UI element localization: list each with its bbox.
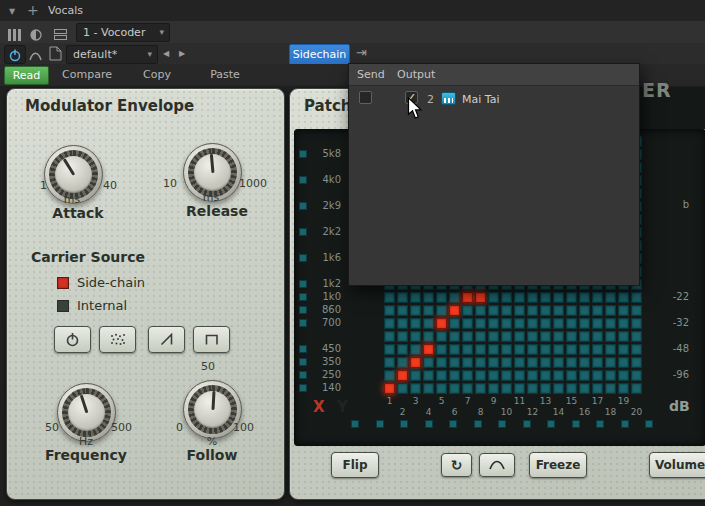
matrix-cell[interactable] <box>436 383 447 394</box>
matrix-cell[interactable] <box>475 331 486 342</box>
matrix-cell[interactable] <box>631 292 642 303</box>
column-indicator[interactable] <box>351 420 359 428</box>
matrix-cell[interactable] <box>397 357 408 368</box>
matrix-cell[interactable] <box>423 370 434 381</box>
collapse-arrow-icon[interactable]: ▼ <box>9 7 15 16</box>
matrix-cell[interactable] <box>384 292 395 303</box>
matrix-cell[interactable] <box>488 383 499 394</box>
matrix-cell[interactable] <box>527 318 538 329</box>
matrix-cell[interactable] <box>436 305 447 316</box>
matrix-cell[interactable] <box>540 305 551 316</box>
matrix-cell[interactable] <box>449 370 460 381</box>
matrix-cell[interactable] <box>540 331 551 342</box>
matrix-cell[interactable] <box>592 305 603 316</box>
matrix-cell[interactable] <box>631 331 642 342</box>
matrix-cell[interactable] <box>462 357 473 368</box>
matrix-cell[interactable] <box>475 383 486 394</box>
matrix-cell[interactable] <box>423 305 434 316</box>
matrix-cell[interactable] <box>501 318 512 329</box>
matrix-cell[interactable] <box>449 331 460 342</box>
x-axis-toggle[interactable]: X <box>313 398 325 416</box>
add-track-button[interactable]: + <box>27 2 39 18</box>
matrix-cell[interactable] <box>579 383 590 394</box>
matrix-cell[interactable] <box>618 305 629 316</box>
matrix-cell[interactable] <box>410 357 421 368</box>
matrix-cell[interactable] <box>423 344 434 355</box>
matrix-cell[interactable] <box>384 305 395 316</box>
band-indicator[interactable] <box>299 280 307 288</box>
square-wave-button[interactable] <box>193 326 230 353</box>
volume-button[interactable]: Volume <box>649 452 705 478</box>
matrix-cell[interactable] <box>423 357 434 368</box>
column-indicator[interactable] <box>645 420 653 428</box>
matrix-cell[interactable] <box>605 357 616 368</box>
matrix-cell[interactable] <box>540 344 551 355</box>
matrix-cell[interactable] <box>579 331 590 342</box>
matrix-cell[interactable] <box>436 292 447 303</box>
column-indicator[interactable] <box>547 420 555 428</box>
matrix-cell[interactable] <box>501 305 512 316</box>
matrix-cell[interactable] <box>540 370 551 381</box>
matrix-cell[interactable] <box>384 331 395 342</box>
internal-source-checkbox[interactable] <box>57 300 69 312</box>
matrix-cell[interactable] <box>579 357 590 368</box>
matrix-cell[interactable] <box>449 318 460 329</box>
matrix-cell[interactable] <box>540 318 551 329</box>
matrix-cell[interactable] <box>397 292 408 303</box>
matrix-cell[interactable] <box>579 305 590 316</box>
band-indicator[interactable] <box>299 254 307 262</box>
band-indicator[interactable] <box>299 358 307 366</box>
matrix-cell[interactable] <box>631 383 642 394</box>
matrix-cell[interactable] <box>605 344 616 355</box>
matrix-cell[interactable] <box>605 331 616 342</box>
matrix-cell[interactable] <box>397 318 408 329</box>
matrix-cell[interactable] <box>553 331 564 342</box>
sidechain-button[interactable]: Sidechain <box>289 44 350 65</box>
column-indicator[interactable] <box>376 420 384 428</box>
matrix-cell[interactable] <box>527 305 538 316</box>
band-indicator[interactable] <box>299 176 307 184</box>
matrix-cell[interactable] <box>410 331 421 342</box>
matrix-cell[interactable] <box>488 344 499 355</box>
matrix-cell[interactable] <box>540 383 551 394</box>
matrix-cell[interactable] <box>592 318 603 329</box>
matrix-cell[interactable] <box>449 344 460 355</box>
matrix-cell[interactable] <box>384 357 395 368</box>
matrix-cell[interactable] <box>423 331 434 342</box>
matrix-cell[interactable] <box>436 331 447 342</box>
matrix-cell[interactable] <box>462 331 473 342</box>
preset-selector[interactable]: default* ▾ <box>66 45 158 64</box>
curve-button[interactable] <box>479 453 515 477</box>
band-indicator[interactable] <box>299 150 307 158</box>
matrix-cell[interactable] <box>423 383 434 394</box>
matrix-cell[interactable] <box>501 331 512 342</box>
band-indicator[interactable] <box>299 306 307 314</box>
matrix-cell[interactable] <box>592 292 603 303</box>
band-indicator[interactable] <box>299 371 307 379</box>
matrix-cell[interactable] <box>540 357 551 368</box>
matrix-cell[interactable] <box>527 370 538 381</box>
matrix-cell[interactable] <box>423 318 434 329</box>
matrix-cell[interactable] <box>384 370 395 381</box>
matrix-cell[interactable] <box>631 357 642 368</box>
matrix-cell[interactable] <box>397 305 408 316</box>
y-axis-toggle[interactable]: Y <box>337 398 348 416</box>
preset-file-icon[interactable] <box>49 46 62 65</box>
matrix-cell[interactable] <box>618 383 629 394</box>
matrix-cell[interactable] <box>527 344 538 355</box>
sidechain-target-row[interactable]: ✓ 2 Mai Tai <box>349 86 639 112</box>
freeze-button[interactable]: Freeze <box>529 452 587 478</box>
matrix-cell[interactable] <box>384 318 395 329</box>
matrix-cell[interactable] <box>540 292 551 303</box>
matrix-cell[interactable] <box>566 292 577 303</box>
matrix-cell[interactable] <box>436 357 447 368</box>
matrix-cell[interactable] <box>514 357 525 368</box>
matrix-cell[interactable] <box>592 383 603 394</box>
band-indicator[interactable] <box>299 228 307 236</box>
matrix-cell[interactable] <box>410 344 421 355</box>
matrix-cell[interactable] <box>566 331 577 342</box>
matrix-cell[interactable] <box>618 318 629 329</box>
previous-preset-button[interactable]: ◀ <box>163 49 169 58</box>
matrix-cell[interactable] <box>488 292 499 303</box>
power-button[interactable] <box>54 326 91 353</box>
